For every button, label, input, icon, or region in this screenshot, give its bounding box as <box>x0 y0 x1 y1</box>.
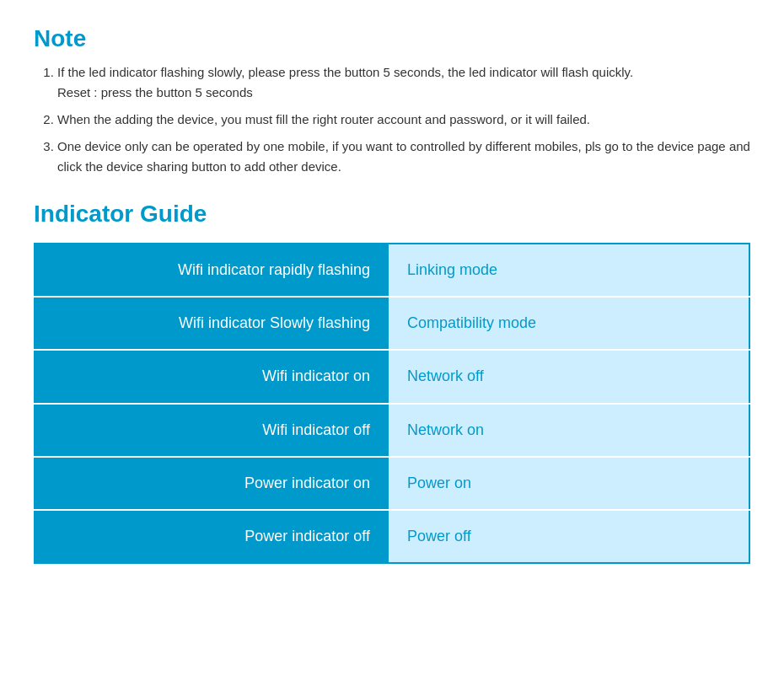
indicator-right-cell: Power off <box>389 510 749 563</box>
indicator-row: Wifi indicator onNetwork off <box>35 350 749 403</box>
indicator-left-cell: Wifi indicator Slowly flashing <box>35 297 389 350</box>
indicator-right-cell: Network off <box>389 350 749 403</box>
indicator-guide-title: Indicator Guide <box>34 201 750 228</box>
note-item-3: One device only can be operated by one m… <box>57 137 750 177</box>
indicator-left-cell: Wifi indicator on <box>35 350 389 403</box>
indicator-row: Power indicator offPower off <box>35 510 749 563</box>
indicator-left-cell: Power indicator off <box>35 510 389 563</box>
note-title: Note <box>34 25 750 52</box>
indicator-right-cell: Network on <box>389 404 749 457</box>
indicator-row: Wifi indicator rapidly flashingLinking m… <box>35 244 749 297</box>
indicator-right-cell: Power on <box>389 457 749 510</box>
indicator-right-cell: Linking mode <box>389 244 749 297</box>
indicator-left-cell: Wifi indicator rapidly flashing <box>35 244 389 297</box>
indicator-left-cell: Power indicator on <box>35 457 389 510</box>
indicator-row: Power indicator onPower on <box>35 457 749 510</box>
indicator-left-cell: Wifi indicator off <box>35 404 389 457</box>
indicator-table: Wifi indicator rapidly flashingLinking m… <box>34 243 750 564</box>
note-list: If the led indicator flashing slowly, pl… <box>34 62 750 177</box>
indicator-right-cell: Compatibility mode <box>389 297 749 350</box>
note-item-1: If the led indicator flashing slowly, pl… <box>57 62 750 103</box>
indicator-row: Wifi indicator offNetwork on <box>35 404 749 457</box>
indicator-row: Wifi indicator Slowly flashingCompatibil… <box>35 297 749 350</box>
note-item-2: When the adding the device, you must fil… <box>57 110 750 130</box>
